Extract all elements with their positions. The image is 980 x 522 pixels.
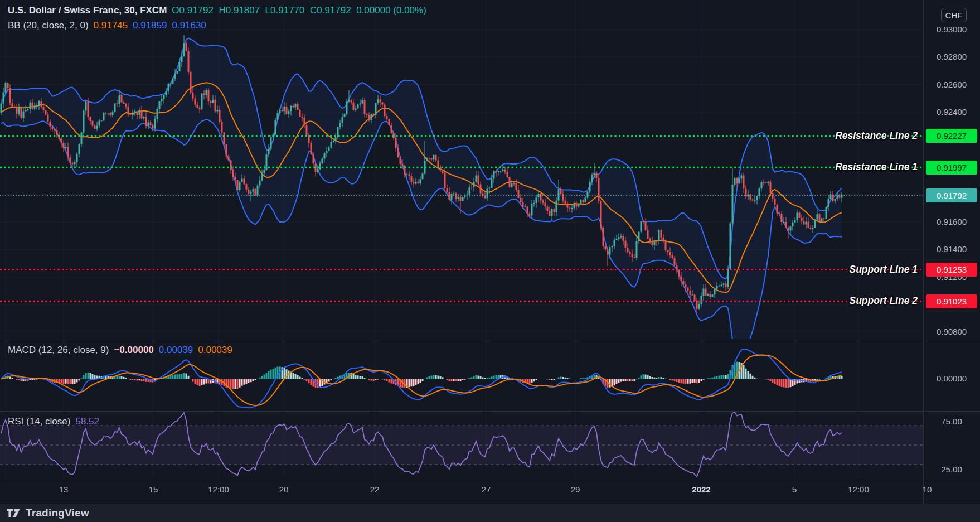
rsi-legend: RSI (14, close) 58.52 (8, 416, 99, 427)
macd-legend: MACD (12, 26, close, 9) −0.00000 0.00039… (8, 345, 232, 356)
symbol-legend: U.S. Dollar / Swiss Franc, 30, FXCM O0.9… (8, 5, 426, 16)
bb-upper-value: 0.91859 (133, 20, 167, 31)
tradingview-chart[interactable]: 0.930000.928000.926000.924000.916000.914… (0, 0, 980, 522)
bb-title: BB (20, close, 2, 0) (8, 20, 89, 31)
bb-legend: BB (20, close, 2, 0) 0.91745 0.91859 0.9… (8, 20, 206, 31)
tradingview-brand[interactable]: TradingView (26, 507, 89, 519)
macd-signal-value: 0.00039 (198, 345, 232, 356)
rsi-value: 58.52 (75, 416, 99, 427)
ohlc-values: O0.91792 H0.91807 L0.91770 C0.91792 0.00… (172, 5, 426, 16)
currency-badge[interactable]: CHF (941, 8, 967, 22)
macd-title: MACD (12, 26, close, 9) (8, 345, 109, 356)
bb-lower-value: 0.91630 (172, 20, 206, 31)
symbol-title: U.S. Dollar / Swiss Franc, 30, FXCM (8, 5, 167, 16)
rsi-title: RSI (14, close) (8, 416, 70, 427)
bottom-bar: TradingView (0, 504, 980, 522)
macd-hist-value: −0.00000 (114, 345, 153, 356)
macd-line-value: 0.00039 (159, 345, 193, 356)
chart-canvas[interactable] (0, 0, 980, 522)
tradingview-logo-icon[interactable] (7, 509, 21, 518)
bb-basis-value: 0.91745 (94, 20, 128, 31)
